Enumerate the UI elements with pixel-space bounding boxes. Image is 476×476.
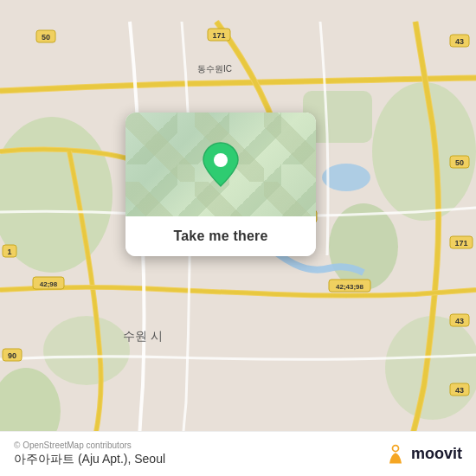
svg-point-5: [43, 316, 130, 385]
moovit-logo: moovit: [383, 442, 462, 466]
osm-attribution: © OpenStreetMap contributors: [14, 441, 165, 450]
location-card: Take me there: [125, 113, 316, 256]
svg-point-3: [329, 203, 398, 290]
svg-text:43: 43: [455, 37, 464, 46]
svg-point-37: [393, 446, 397, 450]
location-label: 아주아파트 (Aju Apt.), Seoul: [14, 452, 165, 467]
svg-text:42;43;98: 42;43;98: [336, 283, 364, 291]
bottom-left-info: © OpenStreetMap contributors 아주아파트 (Aju …: [14, 441, 165, 467]
svg-text:43: 43: [455, 317, 464, 325]
svg-text:1: 1: [7, 248, 11, 256]
svg-text:171: 171: [212, 31, 225, 40]
svg-text:42;98: 42;98: [40, 280, 58, 288]
svg-text:90: 90: [8, 351, 16, 360]
svg-text:171: 171: [454, 239, 467, 248]
svg-text:수원 시: 수원 시: [123, 329, 163, 343]
moovit-icon: [383, 442, 408, 466]
take-me-there-button[interactable]: Take me there: [125, 216, 316, 256]
svg-text:동수원IC: 동수원IC: [197, 64, 232, 74]
moovit-brand-text: moovit: [411, 445, 462, 463]
bottom-bar: © OpenStreetMap contributors 아주아파트 (Aju …: [0, 431, 476, 476]
card-map-preview: [125, 113, 316, 216]
map-container: 50 171 43 1 171 50 42;98 42;43;98 43 171…: [0, 0, 476, 476]
svg-text:50: 50: [42, 33, 50, 42]
location-pin-icon: [202, 142, 240, 187]
svg-point-2: [372, 82, 476, 221]
svg-text:50: 50: [455, 158, 464, 167]
svg-text:43: 43: [455, 386, 464, 395]
svg-point-35: [214, 153, 228, 167]
